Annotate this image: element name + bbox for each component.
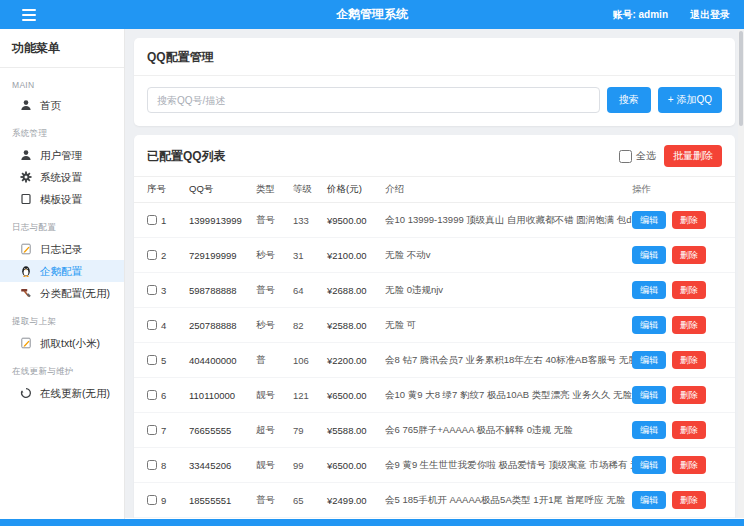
row-qq-number: 110110000	[189, 390, 256, 401]
delete-button[interactable]: 删除	[672, 456, 706, 474]
row-qq-number: 404400000	[189, 355, 256, 366]
row-index: 2	[161, 250, 166, 261]
col-desc-header: 介绍	[385, 183, 632, 196]
sidebar-item[interactable]: 分类配置(无用)	[0, 282, 124, 304]
delete-button[interactable]: 删除	[672, 316, 706, 334]
table-row: 7 76655555 超号 79 ¥5588.00 会6 765胖子+AAAAA…	[134, 413, 735, 448]
col-qq-header: QQ号	[189, 183, 256, 196]
row-checkbox[interactable]	[147, 390, 157, 400]
delete-button[interactable]: 删除	[672, 211, 706, 229]
row-index: 5	[161, 355, 166, 366]
delete-button[interactable]: 删除	[672, 491, 706, 509]
table-row: 2 729199999 秒号 31 ¥2100.00 无脸 不动v 编辑 删除	[134, 238, 735, 273]
table-row: 1 1399913999 普号 133 ¥9500.00 会10 13999-1…	[134, 203, 735, 238]
qq-list-card: 已配置QQ列表 全选 批量删除 序号 QQ号 类型 等级 价格(元) 介绍	[134, 135, 735, 518]
row-index: 1	[161, 215, 166, 226]
row-qq-number: 33445206	[189, 460, 256, 471]
scrollbar[interactable]	[738, 29, 744, 518]
edit-button[interactable]: 编辑	[632, 246, 666, 264]
sidebar-item-label: 分类配置(无用)	[40, 287, 110, 299]
delete-button[interactable]: 删除	[672, 281, 706, 299]
home-user-icon	[20, 99, 32, 111]
sidebar-section: 在线更新与维护 在线更新(无用)	[0, 354, 124, 404]
scrollbar-thumb[interactable]	[739, 31, 743, 126]
row-price: ¥5588.00	[327, 425, 385, 436]
delete-button[interactable]: 删除	[672, 386, 706, 404]
table-body: 1 1399913999 普号 133 ¥9500.00 会10 13999-1…	[134, 203, 735, 518]
edit-button[interactable]: 编辑	[632, 316, 666, 334]
sidebar-item[interactable]: 首页	[0, 94, 124, 116]
row-qq-number: 18555551	[189, 495, 256, 506]
row-level: 82	[293, 320, 327, 331]
select-all-checkbox[interactable]	[619, 150, 632, 163]
sidebar-title: 功能菜单	[0, 29, 124, 68]
sidebar-section: 提取与上架 抓取txt(小米)	[0, 304, 124, 354]
sidebar: 功能菜单 MAIN 首页 系统管理 用户管理 系统设置 模板设置 日志与配置 日…	[0, 29, 125, 521]
edit-button[interactable]: 编辑	[632, 386, 666, 404]
sidebar-item[interactable]: 企鹅配置	[0, 260, 124, 282]
sidebar-item[interactable]: 抓取txt(小米)	[0, 332, 124, 354]
sidebar-item[interactable]: 在线更新(无用)	[0, 382, 124, 404]
row-price: ¥2200.00	[327, 355, 385, 366]
account-label: 账号: admin	[612, 8, 668, 22]
sidebar-section-label: 系统管理	[0, 116, 124, 144]
gear-icon	[20, 171, 32, 183]
edit-button[interactable]: 编辑	[632, 351, 666, 369]
row-checkbox[interactable]	[147, 320, 157, 330]
batch-delete-button[interactable]: 批量删除	[664, 145, 722, 167]
sidebar-section-label: MAIN	[0, 68, 124, 94]
main-content: QQ配置管理 搜索 + 添加QQ 已配置QQ列表 全选 批量删除	[125, 29, 744, 518]
sidebar-item[interactable]: 用户管理	[0, 144, 124, 166]
edit-button[interactable]: 编辑	[632, 456, 666, 474]
col-index-header: 序号	[147, 183, 189, 196]
select-all[interactable]: 全选	[619, 149, 656, 163]
row-checkbox[interactable]	[147, 495, 157, 505]
row-index: 3	[161, 285, 166, 296]
row-qq-number: 1399913999	[189, 215, 256, 226]
config-card-title: QQ配置管理	[134, 38, 735, 76]
edit-button[interactable]: 编辑	[632, 491, 666, 509]
logout-link[interactable]: 退出登录	[690, 8, 730, 22]
delete-button[interactable]: 删除	[672, 351, 706, 369]
row-desc: 无脸 可	[385, 319, 632, 332]
edit-button[interactable]: 编辑	[632, 281, 666, 299]
row-desc: 会5 185手机开 AAAAA极品5A类型 1开1尾 首尾呼应 无脸	[385, 494, 632, 507]
row-checkbox[interactable]	[147, 285, 157, 295]
row-checkbox[interactable]	[147, 215, 157, 225]
row-level: 106	[293, 355, 327, 366]
row-desc: 会6 765胖子+AAAAA 极品不解释 0违规 无脸	[385, 424, 632, 437]
row-desc: 会10 13999-13999 顶级真山 自用收藏都不错 圆润饱满 包d	[385, 214, 632, 227]
sidebar-item[interactable]: 模板设置	[0, 188, 124, 210]
table-row: 4 250788888 秒号 82 ¥2588.00 无脸 可 编辑 删除	[134, 308, 735, 343]
edit-button[interactable]: 编辑	[632, 421, 666, 439]
sidebar-item-label: 模板设置	[40, 193, 82, 205]
table-row: 5 404400000 普 106 ¥2200.00 会8 钻7 腾讯会员7 业…	[134, 343, 735, 378]
row-index: 7	[161, 425, 166, 436]
delete-button[interactable]: 删除	[672, 246, 706, 264]
sidebar-item[interactable]: 系统设置	[0, 166, 124, 188]
list-card-title: 已配置QQ列表	[147, 148, 226, 165]
edit-button[interactable]: 编辑	[632, 211, 666, 229]
row-price: ¥2688.00	[327, 285, 385, 296]
row-checkbox[interactable]	[147, 425, 157, 435]
row-index: 4	[161, 320, 166, 331]
search-button[interactable]: 搜索	[607, 87, 651, 113]
penguin-icon	[20, 265, 32, 277]
row-level: 64	[293, 285, 327, 296]
row-type: 秒号	[256, 249, 293, 262]
row-type: 普	[256, 354, 293, 367]
row-checkbox[interactable]	[147, 250, 157, 260]
topbar: 企鹅管理系统 账号: admin 退出登录	[0, 0, 744, 29]
sidebar-item[interactable]: 日志记录	[0, 238, 124, 260]
add-qq-button[interactable]: + 添加QQ	[658, 87, 722, 113]
menu-icon[interactable]	[22, 9, 36, 21]
row-checkbox[interactable]	[147, 355, 157, 365]
delete-button[interactable]: 删除	[672, 421, 706, 439]
search-input[interactable]	[147, 87, 600, 113]
row-checkbox[interactable]	[147, 460, 157, 470]
users-icon	[20, 149, 32, 161]
sidebar-section-label: 提取与上架	[0, 304, 124, 332]
row-desc: 会10 黄9 大8 绿7 豹纹7 极品10AB 类型漂亮 业务久久 无脸	[385, 389, 632, 402]
row-price: ¥2100.00	[327, 250, 385, 261]
sidebar-item-label: 用户管理	[40, 149, 82, 161]
